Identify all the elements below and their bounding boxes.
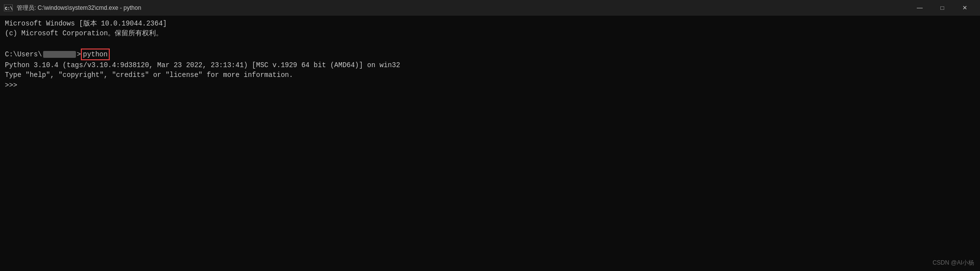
prompt-suffix: >	[77, 49, 81, 59]
close-button[interactable]: ✕	[954, 0, 976, 16]
cmd-icon: C:\	[4, 3, 13, 12]
title-bar: C:\ 管理员: C:\windows\system32\cmd.exe - p…	[0, 0, 980, 16]
prompt-path: C:\Users\	[5, 49, 42, 59]
type-help-line: Type "help", "copyright", "credits" or "…	[5, 70, 975, 80]
title-bar-left: C:\ 管理员: C:\windows\system32\cmd.exe - p…	[4, 3, 141, 12]
console-area[interactable]: Microsoft Windows [版本 10.0.19044.2364] (…	[0, 16, 980, 271]
copyright-line: (c) Microsoft Corporation。保留所有权利。	[5, 28, 975, 38]
maximize-button[interactable]: □	[931, 0, 954, 16]
windows-version-line: Microsoft Windows [版本 10.0.19044.2364]	[5, 19, 975, 28]
blurred-username	[43, 51, 76, 58]
repl-prompt: >>>	[5, 80, 975, 90]
title-bar-controls: — □ ✕	[908, 0, 976, 16]
prompt-line: C:\Users\ >python	[5, 49, 975, 60]
svg-text:C:\: C:\	[5, 6, 12, 11]
watermark: CSDN @AI小杨	[932, 259, 974, 267]
python-command-highlight: python	[81, 49, 109, 60]
empty-line-1	[5, 39, 975, 49]
title-bar-text: 管理员: C:\windows\system32\cmd.exe - pytho…	[17, 4, 141, 12]
cmd-logo: C:\	[4, 4, 13, 11]
minimize-button[interactable]: —	[908, 0, 931, 16]
python-version-line: Python 3.10.4 (tags/v3.10.4:9d38120, Mar…	[5, 60, 975, 70]
cmd-window: C:\ 管理员: C:\windows\system32\cmd.exe - p…	[0, 0, 980, 271]
